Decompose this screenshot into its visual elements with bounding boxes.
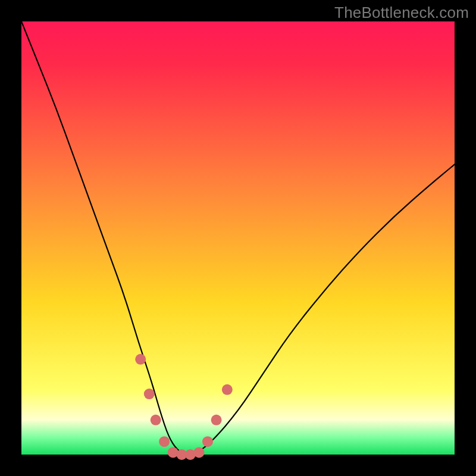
trough-marker	[144, 389, 155, 399]
bottleneck-curve	[21, 21, 455, 455]
trough-marker	[222, 384, 233, 395]
trough-marker	[202, 436, 213, 447]
trough-marker	[135, 354, 146, 365]
trough-marker	[211, 415, 222, 425]
curve-layer	[21, 21, 455, 455]
chart-frame: TheBottleneck.com	[0, 0, 476, 476]
trough-marker	[194, 447, 205, 458]
plot-area	[21, 21, 455, 455]
trough-marker	[151, 415, 161, 425]
trough-markers-group	[135, 354, 233, 460]
trough-marker	[159, 436, 170, 447]
watermark-text: TheBottleneck.com	[334, 4, 469, 22]
